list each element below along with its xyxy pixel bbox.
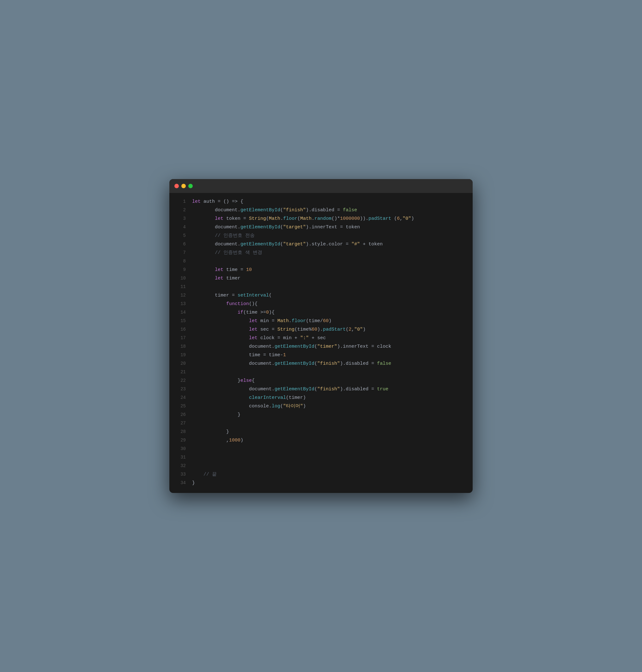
line-23: 23 document.getElementById("finish").dis… (169, 385, 473, 394)
line-3: 3 let token = String(Math.floor(Math.ran… (169, 215, 473, 224)
line-9: 9 let time = 10 (169, 266, 473, 275)
line-24: 24 clearInterval(timer) (169, 394, 473, 403)
line-16: 16 let sec = String(time%60).padStart(2,… (169, 326, 473, 334)
line-33: 33 // 끝 (169, 471, 473, 479)
line-20: 20 document.getElementById("finish").dis… (169, 360, 473, 369)
line-27: 27 (169, 420, 473, 428)
line-2: 2 document.getElementById("finish").disa… (169, 207, 473, 215)
line-4: 4 document.getElementById("target").inne… (169, 224, 473, 232)
editor-window: 1 let auth = () => { 2 document.getEleme… (169, 179, 473, 493)
line-1: 1 let auth = () => { (169, 198, 473, 207)
line-22: 22 }else{ (169, 377, 473, 385)
line-31: 31 (169, 454, 473, 462)
line-19: 19 time = time-1 (169, 352, 473, 360)
maximize-button[interactable] (188, 184, 193, 188)
line-5: 5 // 인증번호 전송 (169, 232, 473, 241)
line-32: 32 (169, 462, 473, 471)
titlebar (169, 179, 473, 193)
line-21: 21 (169, 369, 473, 377)
line-11: 11 (169, 283, 473, 292)
line-10: 10 let timer (169, 275, 473, 283)
line-6: 6 document.getElementById("target").styl… (169, 241, 473, 249)
line-29: 29 ,1000) (169, 437, 473, 445)
line-18: 18 document.getElementById("timer").inne… (169, 343, 473, 352)
minimize-button[interactable] (181, 184, 186, 188)
line-7: 7 // 인증번호 색 변경 (169, 249, 473, 258)
line-34: 34 } (169, 479, 473, 488)
line-12: 12 timer = setInterval( (169, 292, 473, 300)
line-14: 14 if(time >=0){ (169, 309, 473, 317)
code-editor: 1 let auth = () => { 2 document.getEleme… (169, 193, 473, 493)
line-15: 15 let min = Math.floor(time/60) (169, 317, 473, 326)
line-26: 26 } (169, 411, 473, 420)
line-13: 13 function(){ (169, 300, 473, 309)
close-button[interactable] (175, 184, 179, 188)
line-8: 8 (169, 258, 473, 266)
line-30: 30 (169, 445, 473, 454)
line-17: 17 let clock = min + ":" + sec (169, 334, 473, 343)
line-25: 25 console.log("타이머") (169, 403, 473, 411)
line-28: 28 } (169, 428, 473, 437)
